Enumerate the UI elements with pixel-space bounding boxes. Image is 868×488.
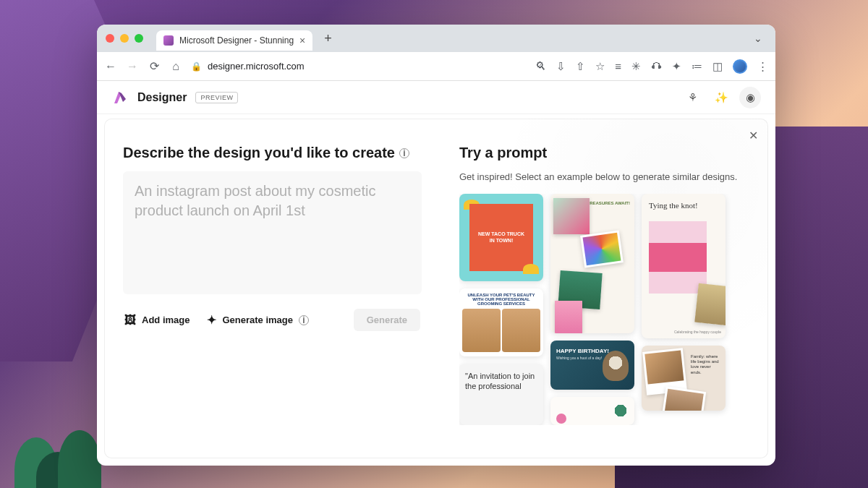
example-card-birthday[interactable]: HAPPY BIRTHDAY! Wishing you a hoot of a … xyxy=(550,341,634,390)
url-text: designer.microsoft.com xyxy=(208,61,305,72)
generate-button[interactable]: Generate xyxy=(354,309,420,331)
example-card-family[interactable]: Family: where life begins and love never… xyxy=(642,346,726,411)
generate-image-label: Generate image xyxy=(222,314,293,325)
download-icon[interactable]: ⇩ xyxy=(556,60,566,73)
example-card-wedding[interactable]: Tying the knot! Celebrating the happy co… xyxy=(642,194,726,338)
example-card-invite[interactable]: "An invitation to join the professional xyxy=(459,364,543,425)
tab-close-icon[interactable]: × xyxy=(299,35,305,46)
card-text: "An invitation to join the professional xyxy=(465,372,535,390)
info-icon[interactable]: i xyxy=(299,315,309,325)
generate-label: Generate xyxy=(367,314,407,325)
extension-snowflake-icon[interactable]: ✳ xyxy=(631,60,641,73)
reading-list-icon[interactable]: ≔ xyxy=(692,60,702,73)
nav-home-icon[interactable]: ⌂ xyxy=(169,60,182,73)
window-controls xyxy=(106,34,143,43)
image-icon: 🖼︎ xyxy=(124,314,136,327)
prompt-examples-grid: NEW TACO TRUCK IN TOWN! UNLEASH YOUR PET… xyxy=(459,194,749,425)
side-panel-icon[interactable]: ◫ xyxy=(712,60,723,73)
card-text: Family: where life begins and love never… xyxy=(691,354,721,375)
sparkles-icon: ✦ xyxy=(207,313,216,327)
extension-headphone-icon[interactable]: 🎧︎ xyxy=(651,60,662,72)
app-body: Describe the design you'd like to create… xyxy=(104,119,768,458)
example-card-floral[interactable] xyxy=(550,397,634,425)
add-image-button[interactable]: 🖼︎ Add image xyxy=(124,314,190,327)
extension-buffer-icon[interactable]: ≡ xyxy=(615,60,621,72)
card-title: Tying the knot! xyxy=(649,201,718,210)
window-minimize-button[interactable] xyxy=(120,34,129,43)
profile-avatar-icon[interactable] xyxy=(733,59,747,74)
info-icon[interactable]: i xyxy=(399,148,409,158)
designer-logo-icon xyxy=(111,89,129,106)
nav-reload-icon[interactable]: ⟳ xyxy=(148,59,161,73)
nav-forward-icon[interactable]: → xyxy=(126,60,139,73)
prompt-input[interactable]: An instagram post about my cosmetic prod… xyxy=(123,171,422,294)
try-prompt-heading: Try a prompt xyxy=(459,145,749,161)
browser-menu-icon[interactable]: ⋮ xyxy=(757,60,768,73)
example-card-pets[interactable]: UNLEASH YOUR PET'S BEAUTY WITH OUR PROFE… xyxy=(459,288,543,356)
browser-tab[interactable]: Microsoft Designer - Stunning × xyxy=(156,30,312,51)
tab-title: Microsoft Designer - Stunning xyxy=(179,35,294,46)
tab-favicon-icon xyxy=(163,35,174,46)
community-icon[interactable]: ⚘ xyxy=(681,87,703,108)
try-prompt-subtext: Get inspired! Select an example below to… xyxy=(459,171,749,182)
describe-heading-text: Describe the design you'd like to create xyxy=(123,145,395,161)
browser-window: Microsoft Designer - Stunning × + ⌄ ← → … xyxy=(97,25,775,466)
generate-image-button[interactable]: ✦ Generate image i xyxy=(207,313,309,327)
bookmark-icon[interactable]: ☆ xyxy=(595,60,605,73)
preview-badge: PREVIEW xyxy=(195,92,238,103)
describe-panel: Describe the design you'd like to create… xyxy=(104,119,441,458)
browser-actions: 🔍︎ ⇩ ⇧ ☆ ≡ ✳ 🎧︎ ✦ ≔ ◫ ⋮ xyxy=(535,59,768,74)
extensions-icon[interactable]: ✦ xyxy=(672,60,681,73)
app-title: Designer xyxy=(137,91,187,104)
sparkle-icon[interactable]: ✨ xyxy=(710,87,732,108)
share-icon[interactable]: ⇧ xyxy=(576,60,585,73)
tab-overflow-icon[interactable]: ⌄ xyxy=(754,33,767,44)
account-icon[interactable]: ◉ xyxy=(739,87,761,108)
card-text: NEW TACO TRUCK IN TOWN! xyxy=(469,204,533,271)
example-card-treasures[interactable]: HANDMADE TREASURES AWAIT! xyxy=(550,194,634,333)
describe-heading: Describe the design you'd like to create… xyxy=(123,145,422,161)
prompt-placeholder: An instagram post about my cosmetic prod… xyxy=(135,183,375,218)
browser-toolbar: ← → ⟳ ⌂ 🔒 designer.microsoft.com 🔍︎ ⇩ ⇧ … xyxy=(97,52,775,81)
example-card-taco[interactable]: NEW TACO TRUCK IN TOWN! xyxy=(459,194,543,281)
prompt-actions: 🖼︎ Add image ✦ Generate image i Generate xyxy=(123,304,422,335)
card-text: UNLEASH YOUR PET'S BEAUTY WITH OUR PROFE… xyxy=(468,293,535,306)
browser-tab-bar: Microsoft Designer - Stunning × + ⌄ xyxy=(97,25,775,52)
new-tab-button[interactable]: + xyxy=(318,31,338,46)
nav-back-icon[interactable]: ← xyxy=(104,60,117,73)
app-header: Designer PREVIEW ⚘ ✨ ◉ xyxy=(97,81,775,114)
address-bar[interactable]: 🔒 designer.microsoft.com xyxy=(191,61,305,72)
window-close-button[interactable] xyxy=(106,34,114,43)
lock-icon: 🔒 xyxy=(191,61,202,72)
search-icon[interactable]: 🔍︎ xyxy=(535,60,546,72)
card-caption: Celebrating the happy couple xyxy=(674,330,721,334)
try-prompt-panel: ✕ Try a prompt Get inspired! Select an e… xyxy=(441,119,768,458)
window-maximize-button[interactable] xyxy=(135,34,143,43)
close-icon[interactable]: ✕ xyxy=(749,129,758,142)
add-image-label: Add image xyxy=(142,314,190,325)
